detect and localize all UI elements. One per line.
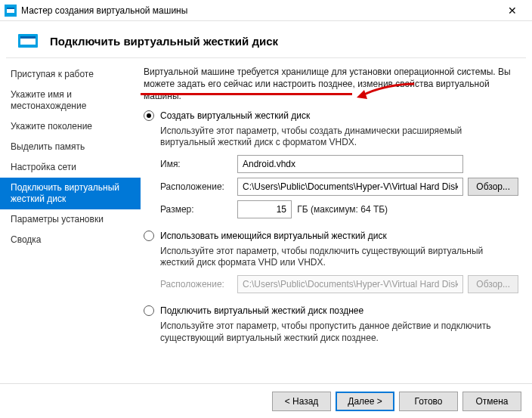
finish-button[interactable]: Готово xyxy=(399,392,458,411)
name-input[interactable] xyxy=(237,155,463,173)
option-create-vhd: Создать виртуальный жесткий диск Использ… xyxy=(144,110,518,218)
sidebar-step-connect-vhd[interactable]: Подключить виртуальный жесткий диск xyxy=(0,178,141,209)
sidebar-step-generation[interactable]: Укажите поколение xyxy=(0,116,141,137)
location-label: Расположение: xyxy=(160,181,233,192)
sidebar-step-memory[interactable]: Выделить память xyxy=(0,137,141,157)
option-later-desc: Используйте этот параметр, чтобы пропуст… xyxy=(160,320,518,344)
use-location-input xyxy=(237,275,463,293)
browse-button[interactable]: Обзор... xyxy=(468,178,518,196)
use-browse-button: Обзор... xyxy=(468,275,518,293)
sidebar-step-start[interactable]: Приступая к работе xyxy=(0,64,141,85)
name-label: Имя: xyxy=(160,159,233,169)
sidebar-step-install-options[interactable]: Параметры установки xyxy=(0,209,141,230)
svg-rect-2 xyxy=(7,8,14,9)
option-later-label: Подключить виртуальный жесткий диск позд… xyxy=(160,305,363,316)
option-create-label: Создать виртуальный жесткий диск xyxy=(160,110,310,121)
option-use-desc: Используйте этот параметр, чтобы подключ… xyxy=(160,246,518,269)
window-title: Мастер создания виртуальной машины xyxy=(21,5,497,16)
wizard-header-icon xyxy=(18,32,39,50)
svg-rect-5 xyxy=(20,36,36,39)
size-note: ГБ (максимум: 64 ТБ) xyxy=(297,204,388,215)
sidebar-step-network[interactable]: Настройка сети xyxy=(0,157,141,178)
option-create-desc: Используйте этот параметр, чтобы создать… xyxy=(160,125,518,149)
radio-attach-later[interactable] xyxy=(144,305,154,316)
option-use-label: Использовать имеющийся виртуальный жестк… xyxy=(160,231,387,241)
use-location-label: Расположение: xyxy=(160,279,233,290)
wizard-footer: < Назад Далее > Готово Отмена xyxy=(0,383,532,418)
page-header: Подключить виртуальный жесткий диск xyxy=(0,21,532,57)
window-titlebar: Мастер создания виртуальной машины ✕ xyxy=(0,0,532,21)
option-attach-later: Подключить виртуальный жесткий диск позд… xyxy=(144,305,518,344)
location-input[interactable] xyxy=(237,178,463,196)
cancel-button[interactable]: Отмена xyxy=(462,392,521,411)
wizard-content: Виртуальной машине требуется хранилище д… xyxy=(141,58,532,383)
next-button[interactable]: Далее > xyxy=(336,392,394,411)
page-title: Подключить виртуальный жесткий диск xyxy=(50,35,278,48)
close-icon[interactable]: ✕ xyxy=(497,0,527,21)
option-use-existing-vhd: Использовать имеющийся виртуальный жестк… xyxy=(144,231,518,293)
wizard-steps-sidebar: Приступая к работе Укажите имя и местона… xyxy=(0,58,141,383)
annotation-underline xyxy=(141,93,352,95)
sidebar-step-summary[interactable]: Сводка xyxy=(0,230,141,250)
size-label: Размер: xyxy=(160,204,233,215)
annotation-arrow-icon xyxy=(355,82,416,106)
back-button[interactable]: < Назад xyxy=(272,392,331,411)
size-input[interactable] xyxy=(237,200,292,218)
sidebar-step-name-location[interactable]: Укажите имя и местонахождение xyxy=(0,85,141,116)
radio-use-existing-vhd[interactable] xyxy=(144,231,154,241)
app-icon xyxy=(5,5,17,17)
radio-create-vhd[interactable] xyxy=(144,110,154,121)
intro-text: Виртуальной машине требуется хранилище д… xyxy=(144,66,518,103)
